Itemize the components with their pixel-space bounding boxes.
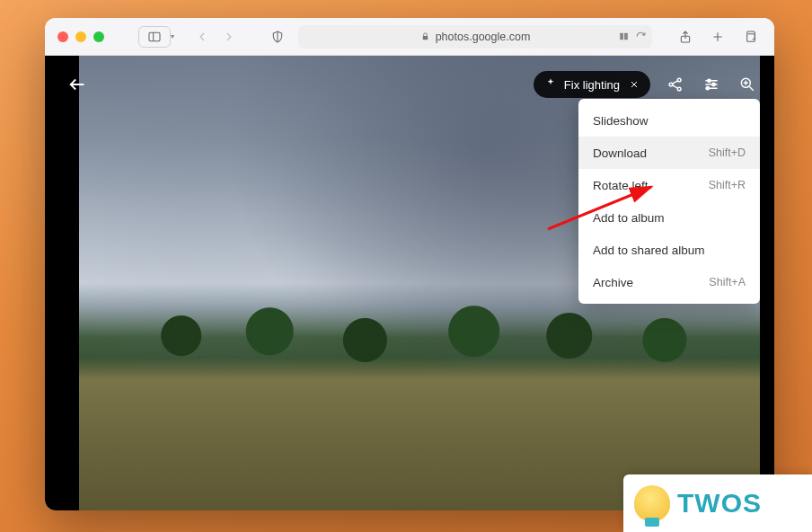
lock-icon: [420, 31, 430, 41]
svg-line-16: [673, 85, 678, 88]
chevron-right-icon: [222, 30, 236, 44]
url-text: photos.google.com: [436, 31, 531, 43]
svg-point-21: [712, 83, 715, 85]
reader-icon[interactable]: [618, 31, 630, 42]
svg-point-12: [669, 83, 673, 86]
privacy-shield-button[interactable]: [266, 25, 289, 49]
window-controls: [57, 31, 104, 42]
menu-label: Rotate left: [593, 179, 649, 192]
watermark-text: TWOS: [677, 488, 762, 519]
photo-viewer: Fix lighting Slideshow: [45, 56, 774, 510]
tab-overview-button[interactable]: [738, 25, 762, 49]
fix-lighting-suggestion[interactable]: Fix lighting: [534, 71, 650, 98]
chevron-left-icon: [195, 30, 209, 44]
fullscreen-window-button[interactable]: [93, 31, 104, 42]
svg-rect-8: [747, 33, 755, 41]
menu-shortcut: Shift+R: [709, 179, 746, 191]
tabs-icon: [743, 30, 757, 44]
svg-point-20: [708, 79, 710, 82]
chevron-down-icon[interactable]: ▾: [171, 32, 174, 40]
menu-label: Slideshow: [593, 114, 649, 128]
safari-window: ▾ photos.google.com: [45, 18, 774, 510]
shield-icon: [270, 30, 285, 44]
nav-back-button[interactable]: [190, 25, 214, 49]
browser-titlebar: ▾ photos.google.com: [45, 18, 774, 56]
menu-shortcut: Shift+A: [709, 276, 746, 288]
svg-rect-2: [422, 36, 428, 40]
dismiss-suggestion-button[interactable]: [627, 77, 641, 92]
svg-line-24: [750, 87, 754, 91]
share-page-button[interactable]: [674, 25, 697, 49]
sidebar-icon: [147, 30, 162, 44]
menu-label: Archive: [593, 276, 633, 289]
share-nodes-icon: [666, 75, 684, 93]
nav-forward-button[interactable]: [217, 25, 241, 49]
menu-item-add-to-shared-album[interactable]: Add to shared album: [578, 234, 760, 266]
menu-label: Add to album: [593, 211, 665, 225]
twos-watermark: TWOS: [623, 474, 812, 532]
sparkle-icon: [544, 77, 557, 93]
close-icon: [629, 79, 640, 90]
svg-rect-0: [149, 32, 160, 40]
zoom-button[interactable]: [737, 74, 758, 95]
menu-label: Add to shared album: [593, 244, 705, 257]
close-window-button[interactable]: [57, 31, 68, 42]
address-bar[interactable]: photos.google.com: [298, 25, 652, 49]
svg-rect-4: [624, 33, 628, 40]
menu-shortcut: Shift+D: [709, 146, 746, 159]
share-up-icon: [678, 30, 693, 44]
sidebar-toggle-button[interactable]: [138, 26, 171, 48]
viewer-toolbar: Fix lighting: [61, 66, 758, 102]
new-tab-button[interactable]: [706, 25, 729, 49]
menu-item-archive[interactable]: Archive Shift+A: [578, 266, 760, 298]
menu-label: Download: [593, 146, 647, 160]
minimize-window-button[interactable]: [75, 31, 86, 42]
suggestion-label: Fix lighting: [564, 78, 620, 92]
menu-item-download[interactable]: Download Shift+D: [578, 137, 760, 169]
tune-icon: [702, 75, 720, 93]
menu-item-slideshow[interactable]: Slideshow: [578, 104, 760, 137]
svg-point-13: [677, 78, 681, 82]
plus-icon: [710, 30, 725, 44]
svg-rect-3: [620, 33, 623, 40]
menu-item-add-to-album[interactable]: Add to album: [578, 201, 760, 234]
lightbulb-icon: [634, 485, 670, 521]
svg-line-15: [673, 81, 678, 84]
svg-point-22: [706, 87, 709, 90]
edit-photo-button[interactable]: [701, 74, 722, 95]
svg-point-14: [677, 87, 681, 91]
share-photo-button[interactable]: [665, 74, 686, 95]
viewer-back-button[interactable]: [61, 68, 93, 101]
arrow-left-icon: [67, 75, 87, 94]
reload-icon[interactable]: [635, 31, 647, 42]
zoom-in-icon: [738, 75, 756, 93]
more-options-menu: Slideshow Download Shift+D Rotate left S…: [578, 99, 760, 304]
menu-item-rotate-left[interactable]: Rotate left Shift+R: [578, 169, 760, 201]
